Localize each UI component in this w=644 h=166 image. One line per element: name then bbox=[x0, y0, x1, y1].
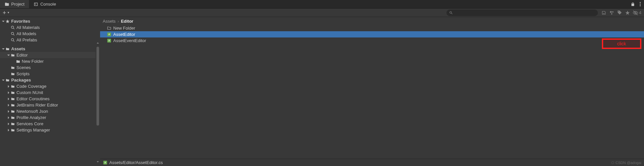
search-icon bbox=[11, 25, 15, 30]
tag-icon[interactable] bbox=[617, 10, 622, 15]
tab-bar: Project Console bbox=[0, 0, 644, 9]
folder-icon bbox=[11, 72, 15, 76]
content-list: New Folder # AssetEditor # AssetEventEdi… bbox=[100, 25, 644, 159]
folder-icon bbox=[11, 115, 15, 120]
folder-icon bbox=[11, 128, 15, 132]
statusbar-watermark: CSDN @adogai bbox=[611, 161, 641, 165]
search-icon bbox=[11, 38, 15, 42]
tree-scripts[interactable]: Scripts bbox=[0, 71, 95, 77]
breadcrumb-root[interactable]: Assets bbox=[103, 19, 116, 24]
tree-label: Code Coverage bbox=[16, 84, 46, 89]
folder-open-icon bbox=[5, 47, 10, 51]
tree-label: New Folder bbox=[22, 59, 43, 64]
tree-fav-item[interactable]: All Materials bbox=[0, 24, 95, 31]
folder-open-icon bbox=[11, 53, 15, 58]
tree-pkg-item[interactable]: Code Coverage bbox=[0, 83, 95, 89]
tree-pkg-item[interactable]: JetBrains Rider Editor bbox=[0, 102, 95, 108]
tab-console[interactable]: Console bbox=[29, 0, 61, 8]
tree-label: Scenes bbox=[16, 65, 31, 70]
script-icon: # bbox=[107, 38, 112, 43]
tree-pkg-item[interactable]: Editor Coroutines bbox=[0, 96, 95, 102]
content-row-script[interactable]: # AssetEventEditor bbox=[100, 37, 644, 44]
tree-assets[interactable]: Assets bbox=[0, 46, 95, 52]
main: Favorites All Materials All Models All P… bbox=[0, 17, 644, 166]
folder-icon bbox=[11, 109, 15, 114]
filter-by-type-icon[interactable] bbox=[609, 10, 614, 15]
callout-label: click bbox=[617, 41, 626, 46]
star-icon[interactable] bbox=[625, 10, 630, 15]
content: Assets › Editor New Folder # AssetEditor… bbox=[100, 17, 644, 166]
tree-label: JetBrains Rider Editor bbox=[16, 103, 58, 107]
tree-fav-item[interactable]: All Prefabs bbox=[0, 37, 95, 43]
tree-pkg-item[interactable]: Profile Analyzer bbox=[0, 114, 95, 121]
tree-label: All Materials bbox=[16, 25, 40, 30]
tab-bar-right bbox=[631, 2, 644, 7]
tree-label: All Prefabs bbox=[16, 37, 37, 42]
search-icon bbox=[11, 32, 15, 36]
console-icon bbox=[34, 2, 38, 7]
globe-icon bbox=[611, 161, 614, 164]
hidden-count-value: 4 bbox=[639, 10, 641, 15]
splitter[interactable] bbox=[95, 17, 100, 166]
svg-point-1 bbox=[612, 11, 613, 12]
tree-editor[interactable]: Editor bbox=[0, 52, 95, 58]
svg-point-5 bbox=[11, 38, 13, 41]
chevron-down-icon bbox=[1, 78, 5, 82]
chevron-right-icon bbox=[7, 122, 11, 126]
eye-off-icon bbox=[633, 10, 638, 15]
folder-icon bbox=[107, 26, 112, 31]
folder-icon bbox=[11, 84, 15, 89]
chevron-down-icon bbox=[1, 47, 5, 51]
tree-pkg-item[interactable]: Services Core bbox=[0, 121, 95, 127]
content-row-label: New Folder bbox=[113, 26, 135, 31]
scroll-down-icon bbox=[96, 160, 99, 163]
chevron-right-icon bbox=[7, 91, 11, 95]
chevron-right-icon bbox=[7, 84, 11, 88]
tree-packages[interactable]: Packages bbox=[0, 77, 95, 83]
star-icon bbox=[5, 19, 10, 24]
tree: Favorites All Materials All Models All P… bbox=[0, 17, 95, 166]
chevron-right-icon bbox=[7, 103, 11, 107]
tree-scenes[interactable]: Scenes bbox=[0, 64, 95, 71]
chevron-down-icon bbox=[7, 53, 11, 57]
tree-new-folder[interactable]: New Folder bbox=[0, 58, 95, 64]
content-row-folder[interactable]: New Folder bbox=[100, 25, 644, 31]
tree-pkg-item[interactable]: Settings Manager bbox=[0, 127, 95, 133]
tree-label: Profile Analyzer bbox=[16, 115, 46, 120]
search-box[interactable] bbox=[446, 10, 598, 16]
folder-icon bbox=[11, 90, 15, 95]
tree-label: Assets bbox=[11, 46, 25, 51]
kebab-menu-icon[interactable] bbox=[640, 2, 641, 6]
breadcrumb-current[interactable]: Editor bbox=[121, 19, 133, 24]
scroll-up-icon bbox=[96, 41, 99, 45]
tree-pkg-item[interactable]: Custom NUnit bbox=[0, 89, 95, 96]
hidden-count[interactable]: 4 bbox=[633, 10, 641, 15]
folder-icon bbox=[11, 65, 15, 70]
plus-icon: + bbox=[3, 10, 6, 16]
tree-label: Settings Manager bbox=[16, 128, 50, 132]
lock-icon[interactable] bbox=[631, 2, 635, 7]
add-button[interactable]: + ▼ bbox=[3, 10, 10, 16]
save-search-icon[interactable] bbox=[601, 10, 606, 15]
tree-fav-item[interactable]: All Models bbox=[0, 31, 95, 37]
toolbar: + ▼ 4 bbox=[0, 9, 644, 17]
tree-label: Scripts bbox=[16, 71, 30, 76]
search-icon bbox=[449, 11, 453, 15]
tree-label: Custom NUnit bbox=[16, 90, 43, 95]
tab-project[interactable]: Project bbox=[0, 0, 29, 8]
tree-pkg-item[interactable]: Newtonsoft Json bbox=[0, 108, 95, 114]
folder-icon bbox=[11, 122, 15, 126]
content-row-label: AssetEventEditor bbox=[113, 38, 146, 43]
content-row-script[interactable]: # AssetEditor bbox=[100, 31, 644, 37]
script-icon: # bbox=[103, 160, 108, 165]
tree-label: Editor bbox=[16, 53, 28, 58]
tree-favorites[interactable]: Favorites bbox=[0, 18, 95, 24]
chevron-down-icon bbox=[1, 19, 5, 23]
search-input[interactable] bbox=[455, 11, 595, 15]
tab-project-label: Project bbox=[11, 2, 24, 7]
sidebar: Favorites All Materials All Models All P… bbox=[0, 17, 95, 166]
tree-label: Packages bbox=[11, 78, 31, 83]
scrollbar-thumb[interactable] bbox=[96, 47, 99, 126]
folder-icon bbox=[5, 2, 9, 7]
svg-point-12 bbox=[611, 161, 614, 164]
